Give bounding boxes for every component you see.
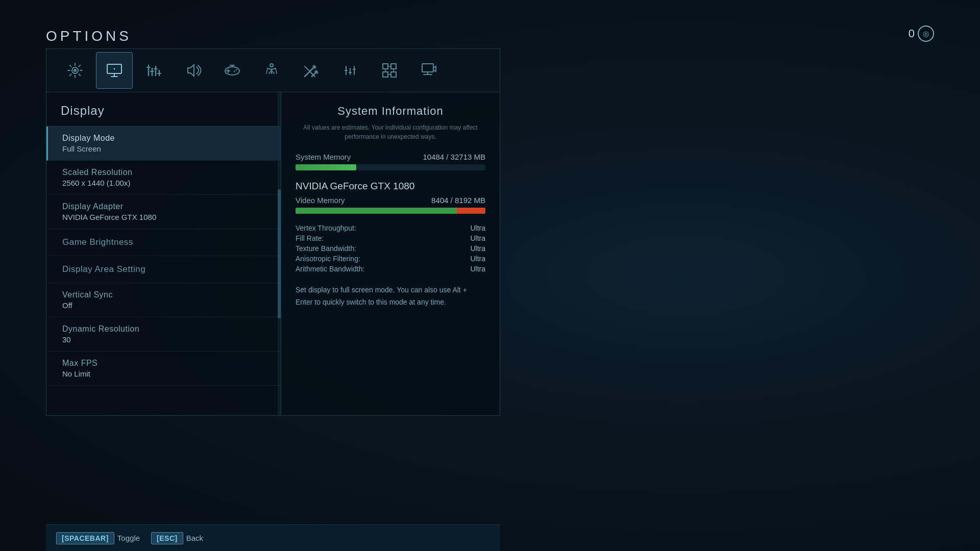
stat-texture-label: Texture Bandwidth: <box>296 244 356 253</box>
video-memory-fill <box>296 208 485 214</box>
tab-bar <box>46 49 500 92</box>
svg-point-3 <box>114 68 115 70</box>
left-panel-title: Display <box>46 92 281 127</box>
setting-scaled-resolution-value: 2560 x 1440 (1.00x) <box>62 179 266 187</box>
left-panel: Display Display Mode Full Screen Scaled … <box>46 92 281 415</box>
page-title: OPTIONS <box>46 28 132 44</box>
setting-display-area[interactable]: Display Area Setting <box>46 256 281 283</box>
svg-point-13 <box>236 69 237 71</box>
tab-audio-mix[interactable] <box>135 52 172 89</box>
stat-fill-label: Fill Rate: <box>296 234 324 242</box>
system-memory-label: System Memory <box>296 153 351 161</box>
stat-arithmetic: Arithmetic Bandwidth: Ultra <box>296 265 485 273</box>
setting-vertical-sync[interactable]: Vertical Sync Off <box>46 283 281 317</box>
tab-accessibility[interactable] <box>253 52 290 89</box>
gpu-name: NVIDIA GeForce GTX 1080 <box>296 181 485 192</box>
tab-network[interactable] <box>371 52 408 89</box>
bottom-bar: [SPACEBAR] Toggle [ESC] Back <box>46 524 500 551</box>
scrollbar[interactable] <box>278 92 281 415</box>
content-area: Display Display Mode Full Screen Scaled … <box>46 92 500 415</box>
setting-scaled-resolution[interactable]: Scaled Resolution 2560 x 1440 (1.00x) <box>46 161 281 195</box>
stat-fill-value: Ultra <box>470 234 485 242</box>
setting-max-fps[interactable]: Max FPS No Limit <box>46 352 281 386</box>
sys-info-title: System Information <box>296 105 485 118</box>
stat-fill-rate: Fill Rate: Ultra <box>296 234 485 242</box>
system-memory-bar <box>296 164 485 170</box>
setting-game-brightness-label: Game Brightness <box>62 237 266 247</box>
stat-texture-value: Ultra <box>470 244 485 253</box>
setting-max-fps-label: Max FPS <box>62 359 266 368</box>
tab-combat[interactable] <box>292 52 329 89</box>
currency-display: 0 ◎ <box>909 26 934 42</box>
setting-max-fps-value: No Limit <box>62 369 266 378</box>
description-text: Set display to full screen mode. You can… <box>296 284 485 309</box>
scrollbar-thumb[interactable] <box>278 189 281 318</box>
tab-general[interactable] <box>57 52 93 89</box>
svg-rect-26 <box>391 64 396 69</box>
stat-anisotropic-value: Ultra <box>470 255 485 263</box>
svg-point-15 <box>270 64 273 67</box>
esc-action: Back <box>186 534 203 542</box>
setting-display-area-label: Display Area Setting <box>62 264 266 274</box>
svg-point-14 <box>234 71 235 72</box>
setting-vertical-sync-value: Off <box>62 301 266 310</box>
stat-arithmetic-label: Arithmetic Bandwidth: <box>296 265 364 273</box>
svg-rect-27 <box>383 72 388 77</box>
esc-hint: [ESC] Back <box>151 532 203 544</box>
svg-rect-33 <box>422 64 433 72</box>
tab-streaming[interactable] <box>410 52 447 89</box>
setting-dynamic-resolution[interactable]: Dynamic Resolution 30 <box>46 317 281 352</box>
setting-display-mode-label: Display Mode <box>62 134 266 143</box>
svg-point-1 <box>74 69 77 72</box>
video-memory-value: 8404 / 8192 MB <box>431 196 485 205</box>
esc-key: [ESC] <box>151 532 183 544</box>
tab-display[interactable] <box>96 52 133 89</box>
currency-amount: 0 <box>909 27 915 40</box>
setting-dynamic-resolution-label: Dynamic Resolution <box>62 324 266 334</box>
svg-rect-28 <box>391 72 396 77</box>
sys-info-subtitle: All values are estimates. Your individua… <box>296 123 485 141</box>
right-panel: System Information All values are estima… <box>281 92 500 415</box>
setting-dynamic-resolution-value: 30 <box>62 335 266 344</box>
video-memory-row: Video Memory 8404 / 8192 MB <box>296 196 485 205</box>
settings-list: Display Mode Full Screen Scaled Resoluti… <box>46 127 281 386</box>
stat-vertex-throughput: Vertex Throughput: Ultra <box>296 224 485 232</box>
video-memory-bar <box>296 208 485 214</box>
tab-audio[interactable] <box>175 52 211 89</box>
spacebar-action: Toggle <box>117 534 140 542</box>
setting-scaled-resolution-label: Scaled Resolution <box>62 168 266 177</box>
setting-display-mode-value: Full Screen <box>62 144 266 153</box>
stat-vertex-value: Ultra <box>470 224 485 232</box>
stat-anisotropic-label: Anisotropic Filtering: <box>296 255 360 263</box>
video-memory-label: Video Memory <box>296 196 345 205</box>
setting-display-mode[interactable]: Display Mode Full Screen <box>46 127 281 161</box>
tab-controller[interactable] <box>214 52 251 89</box>
system-memory-fill <box>296 164 356 170</box>
currency-icon: ◎ <box>918 26 934 42</box>
stat-anisotropic: Anisotropic Filtering: Ultra <box>296 255 485 263</box>
svg-rect-25 <box>383 64 388 69</box>
main-panel: Display Display Mode Full Screen Scaled … <box>46 48 500 416</box>
spacebar-hint: [SPACEBAR] Toggle <box>56 532 140 544</box>
setting-game-brightness[interactable]: Game Brightness <box>46 229 281 256</box>
stat-texture-bandwidth: Texture Bandwidth: Ultra <box>296 244 485 253</box>
setting-vertical-sync-label: Vertical Sync <box>62 290 266 299</box>
setting-display-adapter-value: NVIDIA GeForce GTX 1080 <box>62 213 266 221</box>
spacebar-key: [SPACEBAR] <box>56 532 114 544</box>
stat-arithmetic-value: Ultra <box>470 265 485 273</box>
stat-vertex-label: Vertex Throughput: <box>296 224 356 232</box>
setting-display-adapter[interactable]: Display Adapter NVIDIA GeForce GTX 1080 <box>46 195 281 229</box>
system-memory-value: 10484 / 32713 MB <box>423 153 485 161</box>
setting-display-adapter-label: Display Adapter <box>62 202 266 211</box>
tab-hud[interactable] <box>332 52 369 89</box>
system-memory-row: System Memory 10484 / 32713 MB <box>296 153 485 161</box>
